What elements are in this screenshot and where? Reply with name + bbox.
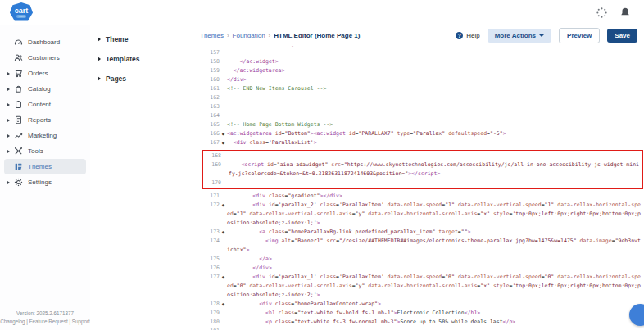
sidebar-item-label: Reports [28,116,51,124]
code-line[interactable]: 159 </ac:widgetarea> [202,66,643,75]
code-line[interactable]: 165<!-- Home Page Bottom Widgets --> [202,120,643,129]
panel-item-templates[interactable]: Templates [90,49,187,69]
line-number: 176 [202,264,220,273]
save-label: Save [615,32,630,39]
line-number: 180 [202,318,220,327]
line-number: 160 [202,75,220,84]
cart-logo[interactable]: cart .com [10,2,33,22]
line-number: 171 [202,192,220,201]
code-line[interactable]: 160</div> [202,75,643,84]
fold-marker-icon[interactable]: ● [220,138,227,147]
notification-bell-icon[interactable] [619,7,631,19]
code-line[interactable]: 162 [202,93,643,102]
expand-arrow-icon[interactable] [7,72,14,75]
code-line[interactable]: 169 <script id="aioa-adawidget" src="htt… [203,160,642,179]
fold-marker-icon[interactable]: ● [220,129,227,138]
fold-gutter [221,151,229,160]
fold-gutter [220,192,227,201]
expand-arrow-icon[interactable] [7,181,14,184]
code-line[interactable]: 163 [202,102,643,111]
preview-button[interactable]: Preview [559,28,600,43]
panel-item-pages[interactable]: Pages [90,69,187,88]
breadcrumb-themes[interactable]: Themes [200,32,224,39]
footer-link-support[interactable]: Support [72,319,90,324]
code-line[interactable]: 178● <div class="homeParallaxContent-wra… [202,300,643,309]
code-line[interactable]: 175 </a> [202,255,643,264]
expand-arrow-placeholder [7,41,14,44]
code-text: <h1 class="text-white fw-bold fs-1 mb-1"… [227,309,643,318]
sidebar-item-customers[interactable]: Customers [4,50,86,66]
expand-arrow-placeholder [7,57,14,60]
code-line[interactable]: 166●<ac:widgetarea id="Bottom"><ac:widge… [202,129,643,138]
code-line[interactable]: 158 </ac:widget> [202,57,643,66]
sidebar-item-marketing[interactable]: Marketing [4,128,86,143]
code-line[interactable]: 171 <div class="gradient"></div> [202,192,643,201]
expand-arrow-icon[interactable] [7,103,14,106]
sidebar-item-label: Orders [28,70,48,77]
more-actions-button[interactable]: More Actions [488,29,551,43]
help-button[interactable]: ? Help [456,32,479,39]
fold-gutter [220,48,227,57]
line-number: 163 [202,102,220,111]
logo-text: cart [15,7,29,14]
code-line[interactable]: 181 [202,327,643,330]
sidebar-item-label: Settings [28,179,52,186]
code-line[interactable]: 177● <div id='parallax_1' class='Paralla… [202,273,643,300]
code-text: </a> [227,255,643,264]
code-line[interactable]: 170 [203,179,642,188]
expand-arrow-icon[interactable] [7,134,14,138]
code-line[interactable]: 161<!-- END New Items Carousel --> [202,84,643,93]
users-icon [14,53,26,62]
code-text: <div class='ParallaxList'> [227,138,643,147]
code-line[interactable]: 157 [202,48,643,57]
fold-marker-icon[interactable]: ● [220,201,227,228]
expand-arrow-placeholder [7,165,14,169]
sidebar-item-settings[interactable]: Settings [4,174,86,190]
code-line[interactable]: 180 <p class="text-white fs-3 fw-normal … [202,318,643,327]
code-line[interactable]: 173● <a class="homeParallaxBg-link prede… [202,228,643,237]
fold-gutter [220,57,227,66]
save-button[interactable]: Save [607,29,637,43]
code-text: <!-- END New Items Carousel --> [227,84,643,93]
sidebar-item-label: Customers [28,54,60,61]
breadcrumb-separator: › [269,32,271,39]
tools-icon [14,147,26,156]
code-line[interactable]: 164 [202,111,643,120]
fold-marker-icon[interactable]: ● [220,300,227,309]
expand-arrow-icon[interactable] [7,119,14,122]
code-line[interactable]: 179 <h1 class="text-white fw-bold fs-1 m… [202,309,643,318]
code-text: <ac:widgetarea id="Bottom"><ac:widget id… [227,129,643,138]
line-number: 179 [202,309,220,318]
sidebar-item-reports[interactable]: Reports [4,112,86,128]
footer-link-feature-request[interactable]: Feature Request [29,319,68,324]
expand-arrow-icon[interactable] [7,88,14,91]
sidebar-item-catalog[interactable]: Catalog [4,81,86,97]
code-line[interactable]: 172● <div id='parallax_2' class='Paralla… [202,201,643,228]
footer-link-changelog[interactable]: Changelog [0,319,25,324]
code-text: <div id='parallax_2' class='ParallaxItem… [227,201,643,228]
breadcrumb-current: HTML Editor (Home Page 1) [274,32,360,39]
line-number: 174 [202,237,220,255]
sidebar-item-dashboard[interactable]: Dashboard [4,34,86,50]
code-line[interactable]: 167● <div class='ParallaxList'> [202,138,643,147]
code-line[interactable]: 176 </div> [202,264,643,273]
sidebar-item-tools[interactable]: Tools [4,143,86,159]
panel-item-theme[interactable]: Theme [90,29,187,49]
code-text [227,93,643,102]
fold-marker-icon[interactable]: ● [220,273,227,300]
code-editor[interactable]: 156 </ac:widgetitems>157 158 </ac:widget… [202,46,643,330]
fold-gutter [220,309,227,318]
fold-gutter [220,75,227,84]
code-line[interactable]: 174 <img alt="Banner1" src="/resize/##TH… [202,237,643,255]
fold-marker-icon[interactable]: ● [220,228,227,237]
breadcrumb-foundation[interactable]: Foundation [233,32,265,39]
report-icon [14,115,26,124]
sidebar-item-content[interactable]: Content [4,97,86,112]
code-line[interactable]: 168 [203,151,642,160]
breadcrumb-bar: Themes › Foundation › HTML Editor (Home … [187,25,644,47]
code-text: <div class="gradient"></div> [227,192,643,201]
sidebar-item-themes[interactable]: Themes [4,159,86,174]
expand-arrow-icon[interactable] [7,150,14,153]
sidebar-item-label: Themes [28,163,52,170]
sidebar-item-orders[interactable]: Orders [4,66,86,81]
